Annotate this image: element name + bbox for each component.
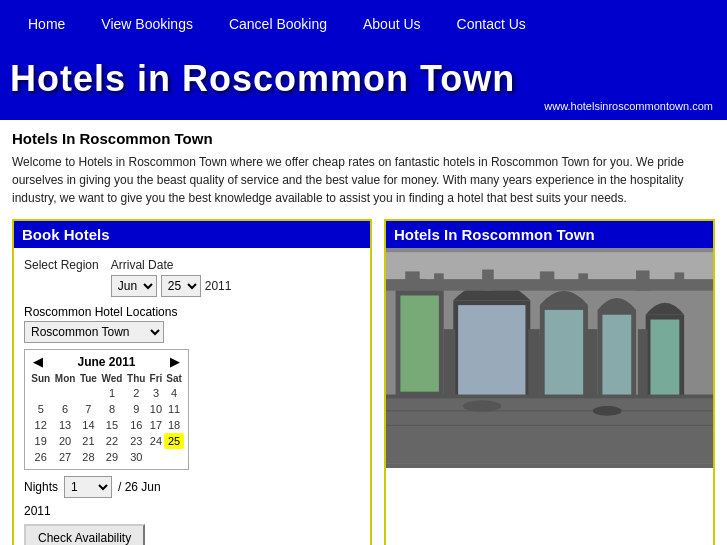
cal-day-cell[interactable]: 5 — [29, 401, 52, 417]
cal-day-sat: Sat — [164, 372, 184, 385]
cal-day-cell — [52, 385, 77, 401]
arrival-year: 2011 — [205, 279, 245, 293]
arrival-date-label: Arrival Date — [111, 258, 245, 272]
cal-day-cell[interactable]: 7 — [78, 401, 99, 417]
cal-day-cell[interactable]: 2 — [125, 385, 148, 401]
cal-week-row: 2627282930 — [29, 449, 184, 465]
svg-rect-27 — [578, 273, 588, 288]
cal-day-cell[interactable]: 18 — [164, 417, 184, 433]
cal-day-cell — [148, 449, 165, 465]
svg-rect-28 — [636, 270, 649, 290]
svg-rect-17 — [386, 395, 713, 399]
svg-rect-23 — [405, 271, 419, 288]
cal-day-cell[interactable]: 11 — [164, 401, 184, 417]
cal-day-mon: Mon — [52, 372, 77, 385]
cal-week-row: 12131415161718 — [29, 417, 184, 433]
svg-rect-13 — [444, 329, 456, 396]
cal-title: June 2011 — [47, 355, 166, 369]
cal-day-cell[interactable]: 19 — [29, 433, 52, 449]
svg-rect-16 — [638, 329, 648, 396]
calendar-wrapper: ◀ June 2011 ▶ Sun Mon Tue Wed Thu — [24, 349, 189, 470]
cal-day-cell[interactable]: 22 — [99, 433, 125, 449]
cal-day-cell[interactable]: 6 — [52, 401, 77, 417]
cal-day-cell[interactable]: 30 — [125, 449, 148, 465]
region-arrival-row: Select Region Arrival Date Jun 25 — [24, 258, 360, 297]
cal-day-cell[interactable]: 16 — [125, 417, 148, 433]
svg-point-20 — [463, 400, 501, 412]
cal-day-cell[interactable]: 8 — [99, 401, 125, 417]
cal-day-cell[interactable]: 28 — [78, 449, 99, 465]
cal-day-cell[interactable]: 29 — [99, 449, 125, 465]
svg-rect-15 — [588, 329, 598, 396]
intro-title: Hotels In Roscommon Town — [12, 130, 715, 147]
cal-day-cell — [29, 385, 52, 401]
nights-date: / 26 Jun — [118, 480, 161, 494]
select-region-label: Select Region — [24, 258, 99, 272]
svg-point-21 — [593, 406, 622, 416]
hotels-panel-header: Hotels In Roscommon Town — [386, 221, 713, 248]
nav-view-bookings[interactable]: View Bookings — [83, 16, 211, 32]
book-hotels-panel: Book Hotels Select Region Arrival Date J… — [12, 219, 372, 545]
nav-cancel-booking[interactable]: Cancel Booking — [211, 16, 345, 32]
cal-day-sun: Sun — [29, 372, 52, 385]
cal-day-cell[interactable]: 12 — [29, 417, 52, 433]
cal-header: ◀ June 2011 ▶ — [29, 354, 184, 369]
nav-bar: Home View Bookings Cancel Booking About … — [0, 0, 727, 48]
svg-rect-24 — [434, 273, 444, 288]
cal-day-cell[interactable]: 21 — [78, 433, 99, 449]
check-availability-button[interactable]: Check Availability — [24, 524, 145, 545]
cal-day-cell[interactable]: 10 — [148, 401, 165, 417]
nights-select[interactable]: 12345 — [64, 476, 112, 498]
location-select[interactable]: Roscommon Town — [24, 321, 164, 343]
cal-day-cell[interactable]: 13 — [52, 417, 77, 433]
svg-rect-12 — [650, 320, 679, 397]
nav-home[interactable]: Home — [10, 16, 83, 32]
cal-day-cell[interactable]: 27 — [52, 449, 77, 465]
cal-body: 1234567891011121314151617181920212223242… — [29, 385, 184, 465]
cal-day-cell — [78, 385, 99, 401]
nav-about-us[interactable]: About Us — [345, 16, 439, 32]
cal-day-cell[interactable]: 23 — [125, 433, 148, 449]
hero-title: Hotels in Roscommon Town — [10, 58, 717, 100]
two-col-layout: Book Hotels Select Region Arrival Date J… — [12, 219, 715, 545]
cal-day-wed: Wed — [99, 372, 125, 385]
year-text: 2011 — [24, 504, 360, 518]
cal-next-button[interactable]: ▶ — [166, 354, 184, 369]
cal-day-cell[interactable]: 4 — [164, 385, 184, 401]
svg-rect-14 — [528, 329, 540, 396]
intro-body: Welcome to Hotels in Roscommon Town wher… — [12, 153, 715, 207]
cal-day-cell[interactable]: 3 — [148, 385, 165, 401]
cal-day-cell[interactable]: 20 — [52, 433, 77, 449]
cal-day-cell[interactable]: 24 — [148, 433, 165, 449]
region-col: Select Region — [24, 258, 99, 297]
nav-contact-us[interactable]: Contact Us — [439, 16, 544, 32]
arrival-day-select[interactable]: 25 — [161, 275, 201, 297]
abbey-svg — [386, 248, 713, 468]
svg-rect-2 — [386, 396, 713, 463]
hotels-image — [386, 248, 713, 468]
arrival-col: Arrival Date Jun 25 2011 — [111, 258, 245, 297]
cal-prev-button[interactable]: ◀ — [29, 354, 47, 369]
location-select-wrapper: Roscommon Town — [24, 321, 360, 343]
cal-days-header: Sun Mon Tue Wed Thu Fri Sat — [29, 372, 184, 385]
cal-day-cell[interactable]: 25 — [164, 433, 184, 449]
cal-day-cell[interactable]: 15 — [99, 417, 125, 433]
svg-rect-4 — [400, 295, 438, 391]
hero-url: www.hotelsinroscommontown.com — [10, 100, 717, 116]
hotels-panel: Hotels In Roscommon Town — [384, 219, 715, 545]
cal-day-cell[interactable]: 9 — [125, 401, 148, 417]
main-content: Hotels In Roscommon Town Welcome to Hote… — [0, 120, 727, 545]
svg-rect-10 — [602, 315, 631, 397]
svg-rect-26 — [540, 271, 554, 288]
cal-week-row: 19202122232425 — [29, 433, 184, 449]
arrival-month-select[interactable]: Jun — [111, 275, 157, 297]
cal-day-cell[interactable]: 26 — [29, 449, 52, 465]
cal-day-cell[interactable]: 17 — [148, 417, 165, 433]
nights-row: Nights 12345 / 26 Jun — [24, 476, 360, 498]
calendar-table: Sun Mon Tue Wed Thu Fri Sat 123456789101… — [29, 372, 184, 465]
svg-rect-25 — [482, 270, 494, 291]
cal-day-cell[interactable]: 14 — [78, 417, 99, 433]
svg-rect-8 — [545, 310, 583, 397]
cal-day-cell — [164, 449, 184, 465]
cal-day-cell[interactable]: 1 — [99, 385, 125, 401]
